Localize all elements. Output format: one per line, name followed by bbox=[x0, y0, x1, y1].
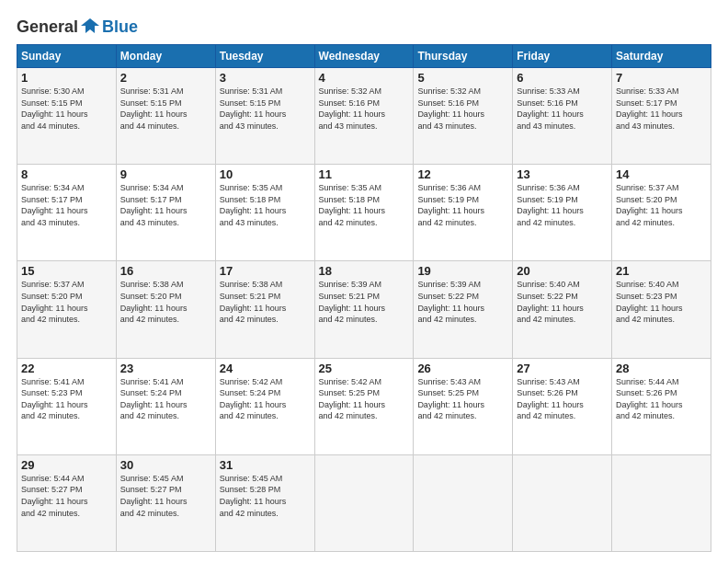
day-info-line: Daylight: 11 hours bbox=[616, 303, 707, 315]
day-number: 31 bbox=[220, 458, 311, 472]
day-number: 24 bbox=[220, 362, 311, 375]
day-info-line: and 43 minutes. bbox=[120, 217, 211, 229]
day-number: 2 bbox=[120, 71, 211, 85]
day-info-line: Sunrise: 5:35 AM bbox=[220, 182, 311, 194]
day-info-line: Sunset: 5:16 PM bbox=[517, 98, 608, 109]
weekday-header-sunday: Sunday bbox=[17, 45, 117, 68]
day-info-line: Sunset: 5:18 PM bbox=[319, 194, 410, 206]
day-info-line: Daylight: 11 hours bbox=[120, 205, 211, 217]
day-info-line: Daylight: 11 hours bbox=[517, 303, 608, 315]
day-number: 25 bbox=[319, 362, 410, 375]
day-info-line: Sunrise: 5:31 AM bbox=[120, 86, 211, 98]
day-info-line: Daylight: 11 hours bbox=[21, 399, 112, 411]
calendar-cell: 31Sunrise: 5:45 AMSunset: 5:28 PMDayligh… bbox=[215, 454, 314, 551]
calendar-cell: 7Sunrise: 5:33 AMSunset: 5:17 PMDaylight… bbox=[612, 68, 711, 165]
day-info-line: Sunset: 5:28 PM bbox=[220, 484, 311, 496]
day-info-line: Daylight: 11 hours bbox=[417, 109, 508, 121]
calendar-cell bbox=[612, 454, 711, 551]
calendar-cell: 19Sunrise: 5:39 AMSunset: 5:22 PMDayligh… bbox=[414, 261, 513, 358]
day-info-line: Sunrise: 5:44 AM bbox=[21, 473, 112, 485]
calendar-cell: 29Sunrise: 5:44 AMSunset: 5:27 PMDayligh… bbox=[17, 454, 117, 551]
calendar-cell: 2Sunrise: 5:31 AMSunset: 5:15 PMDaylight… bbox=[116, 68, 215, 165]
day-info-line: and 42 minutes. bbox=[616, 314, 707, 326]
day-info-line: Daylight: 11 hours bbox=[120, 399, 211, 411]
day-info-line: Sunset: 5:16 PM bbox=[319, 98, 410, 109]
day-info-line: Daylight: 11 hours bbox=[319, 205, 410, 217]
calendar-row-4: 29Sunrise: 5:44 AMSunset: 5:27 PMDayligh… bbox=[17, 454, 711, 551]
day-info-line: and 43 minutes. bbox=[220, 217, 311, 229]
day-number: 17 bbox=[220, 264, 311, 278]
calendar-cell: 26Sunrise: 5:43 AMSunset: 5:25 PMDayligh… bbox=[414, 358, 513, 454]
calendar-cell: 17Sunrise: 5:38 AMSunset: 5:21 PMDayligh… bbox=[215, 261, 314, 358]
day-info-line: Daylight: 11 hours bbox=[417, 399, 508, 411]
day-info-line: Sunrise: 5:30 AM bbox=[21, 86, 112, 98]
calendar-cell: 9Sunrise: 5:34 AMSunset: 5:17 PMDaylight… bbox=[116, 165, 215, 261]
day-number: 6 bbox=[517, 71, 608, 85]
day-info-line: and 42 minutes. bbox=[417, 410, 508, 422]
day-info-line: and 42 minutes. bbox=[319, 314, 410, 326]
day-info-line: Sunset: 5:25 PM bbox=[319, 387, 410, 399]
day-info-line: Sunset: 5:21 PM bbox=[220, 291, 311, 303]
day-info-line: Sunrise: 5:35 AM bbox=[319, 182, 410, 194]
calendar-cell: 27Sunrise: 5:43 AMSunset: 5:26 PMDayligh… bbox=[513, 358, 612, 454]
day-number: 12 bbox=[417, 167, 508, 181]
calendar-cell: 5Sunrise: 5:32 AMSunset: 5:16 PMDaylight… bbox=[414, 68, 513, 165]
calendar-cell: 10Sunrise: 5:35 AMSunset: 5:18 PMDayligh… bbox=[215, 165, 314, 261]
day-info-line: and 42 minutes. bbox=[517, 314, 608, 326]
day-info-line: Daylight: 11 hours bbox=[220, 399, 311, 411]
logo-bird-icon bbox=[81, 17, 99, 37]
day-info-line: and 42 minutes. bbox=[517, 217, 608, 229]
day-info-line: Sunset: 5:15 PM bbox=[120, 98, 211, 109]
day-info-line: and 42 minutes. bbox=[517, 410, 608, 422]
day-info-line: and 42 minutes. bbox=[220, 410, 311, 422]
calendar-cell: 15Sunrise: 5:37 AMSunset: 5:20 PMDayligh… bbox=[17, 261, 117, 358]
day-info-line: Sunrise: 5:34 AM bbox=[120, 182, 211, 194]
day-number: 28 bbox=[616, 362, 707, 375]
day-info-line: Sunrise: 5:40 AM bbox=[616, 279, 707, 291]
day-info-line: and 42 minutes. bbox=[616, 217, 707, 229]
day-info-line: and 43 minutes. bbox=[517, 121, 608, 132]
day-number: 4 bbox=[319, 71, 410, 85]
day-info-line: Sunset: 5:19 PM bbox=[517, 194, 608, 206]
logo-blue: Blue bbox=[102, 17, 138, 37]
calendar-cell: 25Sunrise: 5:42 AMSunset: 5:25 PMDayligh… bbox=[314, 358, 414, 454]
logo: General Blue bbox=[17, 17, 138, 37]
calendar-cell: 18Sunrise: 5:39 AMSunset: 5:21 PMDayligh… bbox=[314, 261, 414, 358]
day-number: 22 bbox=[21, 362, 112, 375]
day-info-line: Sunset: 5:21 PM bbox=[319, 291, 410, 303]
day-info-line: Sunset: 5:27 PM bbox=[21, 484, 112, 496]
day-info-line: Sunset: 5:19 PM bbox=[417, 194, 508, 206]
day-number: 15 bbox=[21, 264, 112, 278]
day-info-line: and 42 minutes. bbox=[21, 508, 112, 520]
day-info-line: Sunset: 5:15 PM bbox=[21, 98, 112, 109]
calendar-cell: 22Sunrise: 5:41 AMSunset: 5:23 PMDayligh… bbox=[17, 358, 117, 454]
header: General Blue bbox=[17, 17, 711, 37]
day-info-line: Sunrise: 5:38 AM bbox=[120, 279, 211, 291]
calendar-cell: 24Sunrise: 5:42 AMSunset: 5:24 PMDayligh… bbox=[215, 358, 314, 454]
day-info-line: Sunset: 5:20 PM bbox=[616, 194, 707, 206]
day-number: 11 bbox=[319, 167, 410, 181]
day-info-line: Sunset: 5:24 PM bbox=[120, 387, 211, 399]
day-info-line: Sunrise: 5:41 AM bbox=[120, 376, 211, 388]
day-number: 26 bbox=[417, 362, 508, 375]
day-info-line: Sunset: 5:20 PM bbox=[120, 291, 211, 303]
calendar-cell: 23Sunrise: 5:41 AMSunset: 5:24 PMDayligh… bbox=[116, 358, 215, 454]
day-info-line: Sunset: 5:17 PM bbox=[616, 98, 707, 109]
weekday-header-thursday: Thursday bbox=[414, 45, 513, 68]
calendar-row-1: 8Sunrise: 5:34 AMSunset: 5:17 PMDaylight… bbox=[17, 165, 711, 261]
weekday-header-monday: Monday bbox=[116, 45, 215, 68]
day-info-line: Daylight: 11 hours bbox=[21, 205, 112, 217]
day-info-line: Sunrise: 5:32 AM bbox=[417, 86, 508, 98]
day-number: 23 bbox=[120, 362, 211, 375]
day-info-line: Daylight: 11 hours bbox=[220, 496, 311, 508]
day-info-line: and 44 minutes. bbox=[120, 121, 211, 132]
day-info-line: Sunrise: 5:41 AM bbox=[21, 376, 112, 388]
day-number: 18 bbox=[319, 264, 410, 278]
weekday-header-saturday: Saturday bbox=[612, 45, 711, 68]
day-info-line: Daylight: 11 hours bbox=[21, 303, 112, 315]
day-info-line: Sunrise: 5:37 AM bbox=[616, 182, 707, 194]
day-number: 14 bbox=[616, 167, 707, 181]
calendar-cell: 14Sunrise: 5:37 AMSunset: 5:20 PMDayligh… bbox=[612, 165, 711, 261]
day-info-line: Sunrise: 5:32 AM bbox=[319, 86, 410, 98]
day-info-line: Sunset: 5:25 PM bbox=[417, 387, 508, 399]
